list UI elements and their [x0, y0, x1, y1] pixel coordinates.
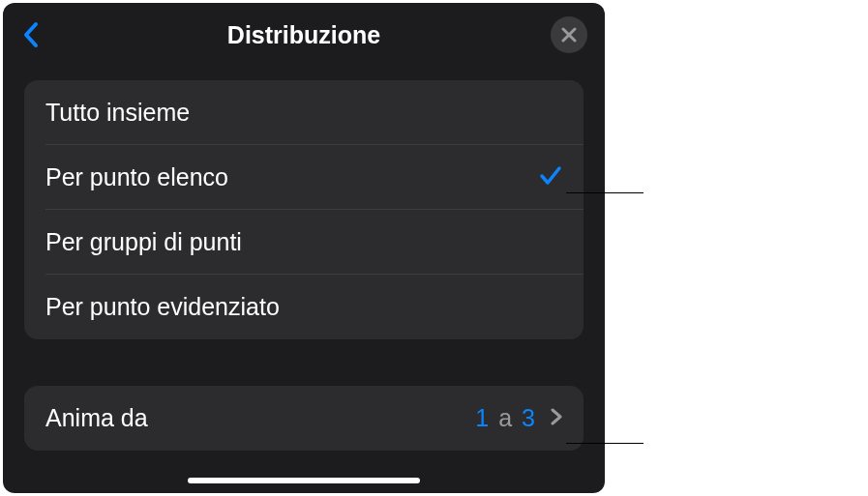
back-button[interactable] [20, 21, 42, 48]
animate-from-label: Anima da [45, 404, 148, 432]
option-label: Per punto elenco [45, 163, 228, 191]
animate-separator: a [498, 404, 512, 432]
checkmark-icon [539, 164, 562, 191]
option-by-bullet-group[interactable]: Per gruppi di punti [24, 210, 584, 275]
option-by-highlighted-bullet[interactable]: Per punto evidenziato [24, 275, 584, 339]
delivery-panel: Distribuzione Tutto insieme Per punto el… [3, 3, 605, 493]
option-all-at-once[interactable]: Tutto insieme [24, 80, 584, 145]
animate-to-value: 3 [522, 404, 535, 432]
option-by-bullet[interactable]: Per punto elenco [24, 145, 584, 210]
callout-line-2 [566, 443, 644, 444]
option-label: Per gruppi di punti [45, 228, 242, 256]
option-label: Tutto insieme [45, 99, 190, 127]
panel-title: Distribuzione [227, 21, 380, 49]
chevron-right-icon [551, 408, 562, 429]
home-indicator[interactable] [188, 478, 420, 483]
option-label: Per punto evidenziato [45, 293, 280, 321]
close-button[interactable] [551, 16, 587, 53]
back-chevron-icon [20, 21, 42, 48]
animate-range: 1 a 3 [475, 404, 562, 432]
panel-header: Distribuzione [3, 3, 605, 73]
callout-line-1 [566, 192, 644, 193]
panel-content: Tutto insieme Per punto elenco Per grupp… [3, 73, 605, 451]
delivery-options-list: Tutto insieme Per punto elenco Per grupp… [24, 80, 584, 339]
close-icon [561, 27, 577, 43]
animate-from-row[interactable]: Anima da 1 a 3 [24, 386, 584, 451]
animate-from-value: 1 [475, 404, 489, 432]
